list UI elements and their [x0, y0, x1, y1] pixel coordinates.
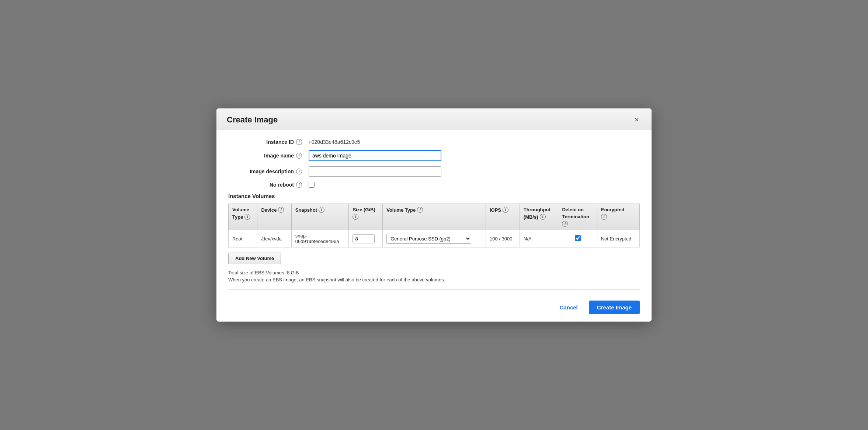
th-throughput-info[interactable]: i: [540, 214, 546, 220]
no-reboot-label: No reboot i: [228, 182, 302, 188]
th-size-info[interactable]: i: [353, 214, 358, 220]
th-device-info[interactable]: i: [278, 207, 284, 213]
th-volume-type-info[interactable]: i: [244, 214, 250, 220]
image-description-row: Image description i: [228, 166, 640, 177]
dialog-title: Create Image: [227, 115, 278, 125]
ebs-snapshot-info: When you create an EBS image, an EBS sna…: [228, 277, 640, 282]
image-description-label: Image description i: [228, 169, 302, 174]
table-header-row: Volume Type i Device i: [229, 204, 640, 230]
th-snapshot: Snapshot i: [291, 204, 349, 230]
th-delete-on-termination-info[interactable]: i: [562, 221, 568, 227]
th-iops: IOPS i: [486, 204, 520, 230]
th-encrypted: Encrypted i: [597, 204, 639, 230]
dialog-footer: Cancel Create Image: [216, 301, 652, 322]
no-reboot-info-icon[interactable]: i: [296, 182, 302, 188]
footer-divider: [228, 289, 640, 289]
image-name-input[interactable]: [309, 150, 441, 161]
cancel-button[interactable]: Cancel: [555, 301, 583, 313]
size-input[interactable]: [353, 234, 375, 243]
th-snapshot-info[interactable]: i: [319, 207, 324, 213]
row-snapshot: snap-06d919bfeced8496a: [291, 230, 349, 247]
th-size: Size (GiB) i: [349, 204, 383, 230]
row-volume-type: Root: [229, 230, 257, 247]
modal-overlay: Create Image × Instance ID i i-020d33e48…: [0, 0, 868, 430]
th-device: Device i: [257, 204, 291, 230]
create-image-button[interactable]: Create Image: [589, 301, 640, 314]
instance-id-row: Instance ID i i-020d33e48a612c9e5: [228, 139, 640, 145]
th-delete-on-termination: Delete on Termination i: [558, 204, 597, 230]
image-name-label: Image name i: [228, 153, 302, 159]
image-name-row: Image name i: [228, 150, 640, 161]
volumes-table: Volume Type i Device i: [228, 204, 640, 247]
th-throughput: Throughput (MB/s) i: [520, 204, 558, 230]
close-button[interactable]: ×: [632, 115, 641, 125]
no-reboot-row: No reboot i: [228, 182, 640, 188]
delete-on-termination-checkbox[interactable]: [575, 235, 581, 241]
th-volume-type: Volume Type i: [229, 204, 257, 230]
row-encrypted: Not Encrypted: [597, 230, 639, 247]
no-reboot-checkbox[interactable]: [309, 182, 315, 188]
volume-type-select[interactable]: General Purpose SSD (gp2) General Purpos…: [386, 234, 471, 244]
add-new-volume-button[interactable]: Add New Volume: [228, 253, 281, 264]
row-iops: 100 / 3000: [486, 230, 520, 247]
instance-id-info-icon[interactable]: i: [296, 139, 302, 145]
instance-id-value: i-020d33e48a612c9e5: [309, 139, 360, 145]
image-description-input[interactable]: [309, 166, 441, 177]
create-image-dialog: Create Image × Instance ID i i-020d33e48…: [216, 108, 652, 322]
row-device: /dev/xvda: [257, 230, 291, 247]
instance-id-label: Instance ID i: [228, 139, 302, 145]
image-name-info-icon[interactable]: i: [296, 153, 302, 159]
th-volume-type-col-info[interactable]: i: [417, 207, 423, 213]
image-description-info-icon[interactable]: i: [296, 169, 302, 174]
row-throughput: N/A: [520, 230, 558, 247]
row-delete-on-termination: [558, 230, 597, 247]
row-size: [349, 230, 383, 247]
th-volume-type-col: Volume Type i: [383, 204, 486, 230]
dialog-body: Instance ID i i-020d33e48a612c9e5 Image …: [216, 130, 652, 301]
table-row: Root /dev/xvda snap-06d919bfeced8496a Ge…: [229, 230, 640, 247]
dialog-header: Create Image ×: [216, 108, 652, 130]
row-volume-type-select: General Purpose SSD (gp2) General Purpos…: [383, 230, 486, 247]
total-size-info: Total size of EBS Volumes: 8 GiB: [228, 270, 640, 275]
instance-volumes-title: Instance Volumes: [228, 193, 640, 199]
th-encrypted-info[interactable]: i: [601, 214, 607, 220]
th-iops-info[interactable]: i: [503, 207, 508, 213]
